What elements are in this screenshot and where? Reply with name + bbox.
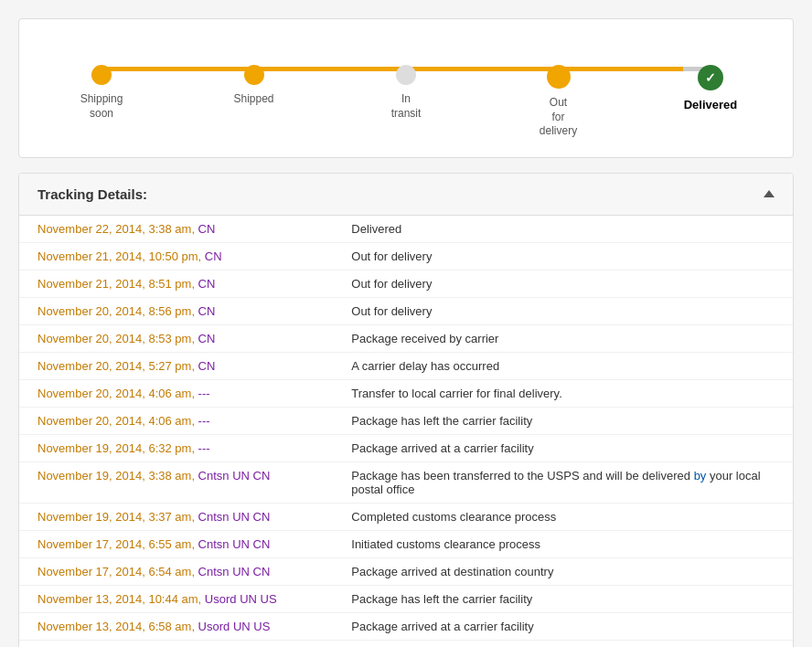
tracking-status: Package arrived at destination country [333,557,793,585]
tracking-status: Package has left the carrier facility [333,640,793,647]
step-circle-in-transit [396,65,416,85]
step-label-shipped: Shipped [233,92,273,107]
step-shipped: Shipped [227,65,282,107]
tracking-status: Transfer to local carrier for final deli… [333,379,793,407]
step-shipping-soon: Shippingsoon [74,65,129,121]
tracking-date: November 17, 2014, 6:55 am, Cntsn UN CN [19,530,333,557]
tracking-status: Package arrived at a carrier facility [333,612,793,640]
tracking-date: November 21, 2014, 8:51 pm, CN [19,270,333,297]
tracking-date: November 22, 2014, 3:38 am, CN [19,216,333,243]
tracking-table: November 22, 2014, 3:38 am, CNDeliveredN… [19,216,793,647]
tracking-date: November 17, 2014, 6:54 am, Cntsn UN CN [19,557,333,585]
step-label-out-for-delivery: Outfordelivery [540,96,577,139]
tracking-date: November 19, 2014, 3:37 am, Cntsn UN CN [19,503,333,530]
table-row: November 13, 2014, 6:58 am, Usord UN USP… [19,612,793,640]
tracking-status: Package has left the carrier facility [333,585,793,612]
tracking-card: Tracking Details: November 22, 2014, 3:3… [18,173,794,647]
collapse-icon[interactable] [764,190,775,197]
step-circle-shipping-soon [91,65,112,85]
tracking-date: November 19, 2014, 3:38 am, Cntsn UN CN [19,461,333,503]
table-row: November 17, 2014, 6:55 am, Cntsn UN CNI… [19,530,793,557]
tracking-date: November 20, 2014, 8:56 pm, CN [19,297,333,324]
table-row: November 20, 2014, 8:56 pm, CNOut for de… [19,297,793,324]
tracking-header-title: Tracking Details: [37,186,147,202]
tracking-status: Completed customs clearance process [333,503,793,530]
table-row: November 21, 2014, 10:50 pm, CNOut for d… [19,242,793,270]
tracking-status: A carrier delay has occurred [333,352,793,379]
table-row: November 19, 2014, 3:38 am, Cntsn UN CNP… [19,461,793,503]
table-row: November 20, 2014, 4:06 am, ---Transfer … [19,379,793,407]
tracking-date: November 19, 2014, 6:32 pm, --- [19,434,333,461]
table-row: November 21, 2014, 8:51 pm, CNOut for de… [19,270,793,297]
tracking-status: Package has been transferred to the USPS… [333,461,793,503]
progress-bar: Shippingsoon Shipped Intransit Outfordel… [74,47,738,139]
step-out-for-delivery: Outfordelivery [531,65,586,139]
tracking-status: Package arrived at a carrier facility [333,434,793,461]
step-circle-out-for-delivery [547,65,571,89]
tracking-status: Out for delivery [333,297,793,324]
table-row: November 20, 2014, 8:53 pm, CNPackage re… [19,324,793,352]
table-row: November 20, 2014, 4:06 am, ---Package h… [19,407,793,434]
step-label-in-transit: Intransit [391,92,422,121]
tracking-header: Tracking Details: [19,174,793,216]
tracking-date: November 20, 2014, 5:27 pm, CN [19,352,333,379]
tracking-date: November 13, 2014, 10:44 am, Usord UN US [19,585,333,612]
table-row: November 13, 2014, 1:48 am, Hebron KY US… [19,640,793,647]
tracking-date: November 21, 2014, 10:50 pm, CN [19,242,333,270]
tracking-date: November 13, 2014, 6:58 am, Usord UN US [19,612,333,640]
step-in-transit: Intransit [379,65,433,121]
table-row: November 20, 2014, 5:27 pm, CNA carrier … [19,352,793,379]
step-delivered: Delivered [683,65,738,113]
step-label-delivered: Delivered [684,98,738,113]
tracking-date: November 13, 2014, 1:48 am, Hebron KY US [19,640,333,647]
tracking-date: November 20, 2014, 8:53 pm, CN [19,324,333,352]
tracking-status: Out for delivery [333,242,793,270]
table-row: November 13, 2014, 10:44 am, Usord UN US… [19,585,793,612]
progress-card: Shippingsoon Shipped Intransit Outfordel… [18,18,794,158]
tracking-status: Out for delivery [333,270,793,297]
tracking-status: Initiated customs clearance process [333,530,793,557]
table-row: November 22, 2014, 3:38 am, CNDelivered [19,216,793,243]
tracking-date: November 20, 2014, 4:06 am, --- [19,379,333,407]
table-row: November 19, 2014, 6:32 pm, ---Package a… [19,434,793,461]
tracking-status: Delivered [333,216,793,243]
tracking-status: Package has left the carrier facility [333,407,793,434]
tracking-status: Package received by carrier [333,324,793,352]
table-row: November 17, 2014, 6:54 am, Cntsn UN CNP… [19,557,793,585]
step-label-shipping-soon: Shippingsoon [80,92,123,121]
table-row: November 19, 2014, 3:37 am, Cntsn UN CNC… [19,503,793,530]
tracking-date: November 20, 2014, 4:06 am, --- [19,407,333,434]
step-circle-shipped [244,65,264,85]
step-circle-delivered [698,65,723,90]
